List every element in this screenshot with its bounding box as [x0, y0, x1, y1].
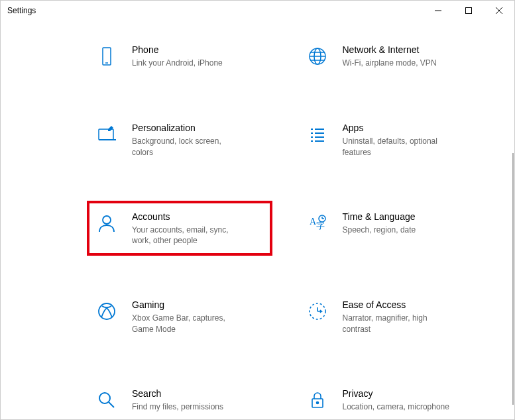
- globe-icon: [304, 43, 331, 70]
- svg-line-31: [109, 402, 114, 407]
- category-title: Apps: [343, 123, 455, 133]
- svg-rect-4: [103, 48, 111, 65]
- category-apps[interactable]: Apps Uninstall, defaults, optional featu…: [298, 112, 483, 168]
- scrollbar-thumb[interactable]: [512, 153, 514, 405]
- category-time-language[interactable]: A字 Time & Language Speech, region, date: [298, 201, 483, 256]
- search-icon: [93, 387, 120, 413]
- category-title: Accounts: [132, 211, 245, 222]
- category-title: Privacy: [343, 388, 449, 399]
- scrollbar[interactable]: [512, 153, 514, 419]
- category-privacy[interactable]: Privacy Location, camera, microphone: [298, 378, 483, 419]
- category-title: Time & Language: [343, 211, 416, 222]
- category-title: Search: [132, 388, 223, 399]
- svg-rect-1: [466, 8, 472, 14]
- lock-icon: [304, 387, 331, 413]
- category-search[interactable]: Search Find my files, permissions: [87, 378, 272, 419]
- category-ease-of-access[interactable]: Ease of Access Narrator, magnifier, high…: [298, 289, 483, 344]
- phone-icon: [93, 43, 120, 70]
- titlebar: Settings: [1, 1, 514, 21]
- svg-rect-11: [99, 129, 113, 140]
- category-desc: Find my files, permissions: [132, 401, 223, 413]
- category-title: Gaming: [132, 299, 245, 310]
- category-desc: Uninstall, defaults, optional features: [343, 136, 455, 158]
- category-desc: Location, camera, microphone: [343, 401, 449, 413]
- maximize-button[interactable]: [453, 1, 484, 21]
- window-title: Settings: [7, 6, 36, 15]
- minimize-button[interactable]: [423, 1, 453, 21]
- category-gaming[interactable]: Gaming Xbox Game Bar, captures, Game Mod…: [87, 289, 272, 344]
- category-title: Phone: [132, 44, 223, 55]
- category-desc: Link your Android, iPhone: [132, 58, 223, 69]
- category-desc: Your accounts, email, sync, work, other …: [132, 225, 245, 247]
- apps-icon: [304, 121, 331, 148]
- category-personalization[interactable]: Personalization Background, lock screen,…: [87, 112, 272, 168]
- person-icon: [93, 210, 120, 236]
- svg-point-21: [103, 216, 111, 224]
- category-desc: Narrator, magnifier, high contrast: [343, 313, 455, 335]
- category-title: Ease of Access: [343, 299, 455, 310]
- category-accounts[interactable]: Accounts Your accounts, email, sync, wor…: [87, 201, 272, 256]
- close-button[interactable]: [484, 1, 514, 21]
- category-desc: Background, lock screen, colors: [132, 136, 245, 158]
- content-area: Phone Link your Android, iPhone Network …: [1, 21, 514, 419]
- svg-point-30: [99, 393, 110, 403]
- svg-point-33: [316, 401, 318, 403]
- time-language-icon: A字: [304, 210, 331, 236]
- category-title: Personalization: [132, 123, 245, 133]
- category-network[interactable]: Network & Internet Wi-Fi, airplane mode,…: [298, 34, 483, 79]
- category-desc: Wi-Fi, airplane mode, VPN: [343, 58, 437, 69]
- ease-of-access-icon: [304, 298, 331, 325]
- category-grid: Phone Link your Android, iPhone Network …: [1, 34, 514, 419]
- category-desc: Xbox Game Bar, captures, Game Mode: [132, 313, 245, 335]
- personalization-icon: [93, 121, 120, 148]
- xbox-icon: [93, 298, 120, 325]
- category-desc: Speech, region, date: [343, 225, 416, 236]
- category-phone[interactable]: Phone Link your Android, iPhone: [87, 34, 272, 79]
- window-controls: [423, 1, 514, 21]
- category-title: Network & Internet: [343, 44, 437, 55]
